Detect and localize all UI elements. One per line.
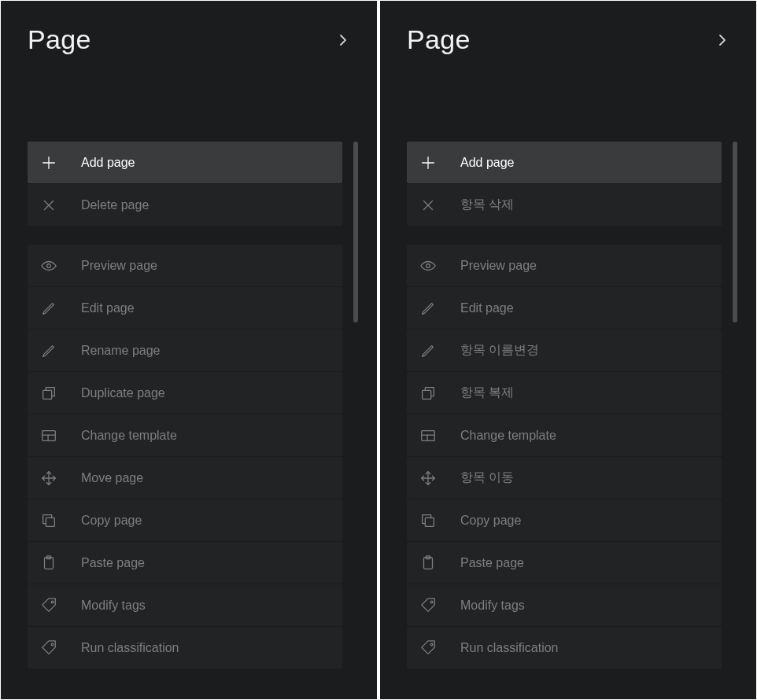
menu-item-label: 항목 이름변경	[460, 342, 539, 359]
eye-icon	[40, 257, 57, 274]
chevron-right-icon[interactable]	[718, 34, 726, 46]
tag-icon	[419, 597, 437, 614]
group-separator	[28, 227, 342, 244]
add-page-item[interactable]: Add page	[28, 142, 342, 183]
svg-point-4	[47, 263, 51, 267]
template-icon	[40, 427, 57, 444]
add-page-item[interactable]: Add page	[407, 142, 722, 183]
duplicate-page-item[interactable]: Duplicate page	[28, 372, 342, 414]
pencil-icon	[40, 300, 57, 317]
menu-list: Add page 항목 삭제 Preview page Edit page 항목…	[407, 142, 744, 676]
menu-item-label: Preview page	[460, 259, 537, 273]
tag-icon	[40, 639, 57, 657]
svg-rect-22	[422, 430, 435, 440]
menu-list-wrap: Add page Delete page Preview page Edit p…	[28, 142, 364, 676]
modify-tags-item[interactable]: Modify tags	[28, 584, 342, 626]
duplicate-icon	[40, 385, 57, 402]
menu-item-label: 항목 삭제	[460, 197, 514, 213]
panel-title: Page	[28, 24, 91, 55]
menu-item-label: 항목 복제	[460, 385, 514, 401]
menu-list: Add page Delete page Preview page Edit p…	[28, 142, 364, 676]
menu-item-label: Edit page	[81, 301, 135, 315]
menu-item-label: Modify tags	[81, 599, 146, 613]
menu-item-label: 항목 이동	[460, 470, 514, 486]
close-icon	[419, 197, 437, 214]
menu-item-label: Change template	[460, 429, 556, 443]
svg-rect-5	[43, 390, 52, 399]
panel-title: Page	[407, 24, 471, 55]
tag-icon	[419, 639, 437, 657]
svg-rect-11	[46, 518, 54, 526]
copy-icon	[40, 512, 57, 529]
menu-list-wrap: Add page 항목 삭제 Preview page Edit page 항목…	[407, 142, 744, 676]
menu-item-label: Edit page	[460, 301, 514, 315]
menu-item-label: Paste page	[81, 556, 145, 570]
tag-icon	[40, 597, 57, 614]
svg-point-14	[51, 601, 54, 603]
delete-page-item[interactable]: 항목 삭제	[407, 184, 722, 226]
menu-item-label: Preview page	[81, 259, 157, 273]
preview-page-item[interactable]: Preview page	[407, 245, 722, 286]
clipboard-icon	[419, 554, 437, 572]
move-page-item[interactable]: Move page	[28, 457, 342, 499]
move-icon	[419, 470, 437, 487]
edit-page-item[interactable]: Edit page	[28, 287, 342, 329]
close-icon	[40, 197, 57, 214]
paste-page-item[interactable]: Paste page	[407, 542, 722, 584]
menu-item-label: Add page	[460, 156, 515, 170]
preview-page-item[interactable]: Preview page	[28, 245, 342, 286]
menu-item-label: Paste page	[460, 556, 524, 570]
change-template-item[interactable]: Change template	[407, 414, 722, 456]
menu-item-label: Modify tags	[460, 599, 525, 613]
menu-item-label: Move page	[81, 471, 143, 485]
modify-tags-item[interactable]: Modify tags	[407, 584, 722, 626]
menu-item-label: Copy page	[81, 514, 142, 528]
change-template-item[interactable]: Change template	[28, 414, 342, 456]
svg-point-15	[51, 643, 54, 646]
move-page-item[interactable]: 항목 이동	[407, 457, 722, 499]
menu-item-label: Run classification	[81, 641, 179, 655]
plus-icon	[40, 154, 57, 171]
edit-page-item[interactable]: Edit page	[407, 287, 722, 329]
rename-page-item[interactable]: Rename page	[28, 330, 342, 371]
clipboard-icon	[40, 554, 57, 572]
run-classification-item[interactable]: Run classification	[407, 627, 722, 669]
eye-icon	[419, 257, 437, 274]
panel-header: Page	[28, 24, 364, 55]
pencil-icon	[419, 300, 437, 317]
menu-item-label: Change template	[81, 429, 177, 443]
copy-icon	[419, 512, 437, 529]
pencil-icon	[419, 342, 437, 359]
move-icon	[40, 470, 57, 487]
menu-item-label: Duplicate page	[81, 386, 165, 400]
panel-header: Page	[407, 24, 744, 55]
template-icon	[419, 427, 437, 444]
copy-page-item[interactable]: Copy page	[407, 499, 722, 541]
menu-item-label: Rename page	[81, 344, 161, 358]
menu-item-label: Run classification	[460, 641, 559, 655]
svg-rect-6	[42, 430, 56, 440]
pencil-icon	[40, 342, 57, 359]
scrollbar-thumb[interactable]	[733, 142, 737, 322]
run-classification-item[interactable]: Run classification	[28, 627, 342, 669]
rename-page-item[interactable]: 항목 이름변경	[407, 330, 722, 371]
plus-icon	[419, 154, 437, 171]
group-separator	[407, 227, 722, 244]
scrollbar-thumb[interactable]	[353, 142, 358, 322]
duplicate-icon	[419, 385, 437, 402]
menu-item-label: Delete page	[81, 198, 149, 212]
copy-page-item[interactable]: Copy page	[28, 499, 342, 541]
paste-page-item[interactable]: Paste page	[28, 542, 342, 584]
duplicate-page-item[interactable]: 항목 복제	[407, 372, 722, 414]
chevron-right-icon[interactable]	[339, 34, 347, 46]
svg-rect-27	[425, 518, 434, 526]
svg-point-31	[430, 643, 433, 646]
menu-item-label: Copy page	[460, 514, 521, 528]
page-menu-panel: Page Add page 항목 삭제 Preview page Edit pa…	[380, 1, 756, 699]
menu-item-label: Add page	[81, 156, 135, 170]
svg-rect-21	[423, 390, 431, 399]
svg-point-30	[430, 601, 433, 603]
svg-point-20	[427, 263, 430, 267]
page-menu-panel: Page Add page Delete page Preview page E…	[1, 1, 377, 699]
delete-page-item[interactable]: Delete page	[28, 184, 342, 226]
